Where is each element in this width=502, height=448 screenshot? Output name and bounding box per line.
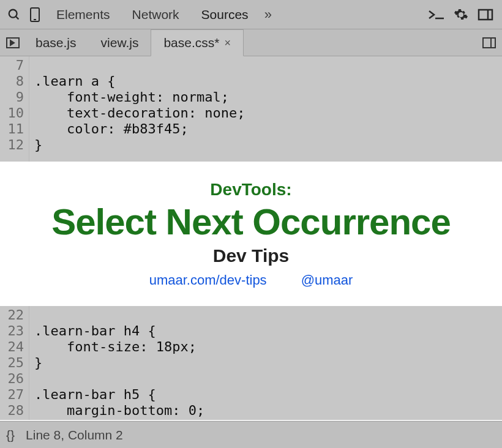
svg-rect-5 bbox=[479, 10, 492, 20]
overlay-link-site[interactable]: umaar.com/dev-tips bbox=[149, 272, 267, 288]
code-editor-top[interactable]: 789101112 .learn a { font-weight: normal… bbox=[0, 56, 502, 162]
code-line[interactable] bbox=[34, 58, 502, 73]
line-gutter: 22232425262728 bbox=[0, 306, 29, 420]
code-line[interactable] bbox=[34, 307, 502, 323]
line-number: 11 bbox=[0, 121, 24, 137]
line-number: 22 bbox=[0, 307, 24, 323]
tab-sources[interactable]: Sources bbox=[190, 1, 260, 28]
tab-elements[interactable]: Elements bbox=[45, 1, 121, 28]
overlay-title: Select Next Occurrence bbox=[51, 201, 451, 243]
code-line[interactable]: .learn-bar h4 { bbox=[34, 323, 502, 339]
overlay-links: umaar.com/dev-tips @umaar bbox=[149, 272, 353, 288]
line-number: 12 bbox=[0, 137, 24, 153]
line-number: 10 bbox=[0, 105, 24, 121]
line-number: 9 bbox=[0, 89, 24, 105]
line-gutter: 789101112 bbox=[0, 56, 29, 162]
devtools-toolbar: Elements Network Sources » bbox=[0, 0, 502, 29]
code-line[interactable] bbox=[34, 371, 502, 387]
code-line[interactable]: .learn-bar h5 { bbox=[34, 387, 502, 403]
settings-icon[interactable] bbox=[451, 4, 471, 25]
file-tab-label: view.js bbox=[101, 35, 139, 50]
line-number: 7 bbox=[0, 58, 24, 73]
more-tabs-icon[interactable]: » bbox=[260, 7, 277, 23]
overlay-link-handle[interactable]: @umaar bbox=[301, 272, 353, 288]
svg-marker-8 bbox=[10, 40, 14, 45]
code-content[interactable]: .learn a { font-weight: normal; text-dec… bbox=[29, 56, 502, 162]
dock-icon[interactable] bbox=[475, 4, 496, 25]
file-tab-label: base.js bbox=[36, 35, 77, 50]
code-line[interactable]: .learn a { bbox=[34, 73, 502, 89]
title-overlay: DevTools: Select Next Occurrence Dev Tip… bbox=[0, 162, 502, 306]
device-icon[interactable] bbox=[24, 4, 45, 25]
svg-point-0 bbox=[9, 9, 17, 17]
svg-line-1 bbox=[16, 16, 19, 19]
overlay-subtitle: Dev Tips bbox=[213, 245, 290, 266]
overlay-label: DevTools: bbox=[210, 180, 291, 200]
file-tab-view-js[interactable]: view.js bbox=[89, 30, 151, 56]
file-tab-bar: base.js view.js base.css* × bbox=[0, 29, 502, 56]
line-number: 27 bbox=[0, 387, 24, 403]
tab-network[interactable]: Network bbox=[121, 1, 190, 28]
code-line[interactable]: color: #b83f45; bbox=[34, 121, 502, 137]
code-line[interactable]: margin-bottom: 0; bbox=[34, 403, 502, 419]
cursor-position: Line 8, Column 2 bbox=[26, 428, 123, 442]
svg-rect-9 bbox=[483, 38, 495, 48]
code-line[interactable]: } bbox=[34, 137, 502, 153]
code-line[interactable]: font-size: 18px; bbox=[34, 339, 502, 355]
line-number: 24 bbox=[0, 339, 24, 355]
line-number: 23 bbox=[0, 323, 24, 339]
code-line[interactable]: text-decoration: none; bbox=[34, 105, 502, 121]
console-icon[interactable] bbox=[426, 4, 447, 25]
line-number: 28 bbox=[0, 403, 24, 419]
code-content[interactable]: .learn-bar h4 { font-size: 18px;}.learn-… bbox=[29, 306, 502, 420]
navigator-toggle-icon[interactable] bbox=[2, 37, 23, 48]
sidebar-toggle-icon[interactable] bbox=[479, 37, 500, 48]
line-number: 8 bbox=[0, 73, 24, 89]
file-tab-label: base.css* bbox=[163, 35, 219, 50]
code-line[interactable]: } bbox=[34, 355, 502, 371]
file-tab-base-js[interactable]: base.js bbox=[23, 30, 89, 56]
panel-tabs: Elements Network Sources » bbox=[45, 1, 426, 28]
search-icon[interactable] bbox=[4, 4, 24, 25]
line-number: 26 bbox=[0, 371, 24, 387]
line-number: 25 bbox=[0, 355, 24, 371]
format-braces-icon[interactable]: {} bbox=[6, 428, 15, 442]
code-line[interactable]: font-weight: normal; bbox=[34, 89, 502, 105]
close-icon[interactable]: × bbox=[224, 37, 231, 50]
status-bar: {} Line 8, Column 2 bbox=[0, 421, 502, 448]
code-editor-bottom[interactable]: 22232425262728 .learn-bar h4 { font-size… bbox=[0, 306, 502, 420]
file-tab-base-css[interactable]: base.css* × bbox=[151, 29, 244, 56]
